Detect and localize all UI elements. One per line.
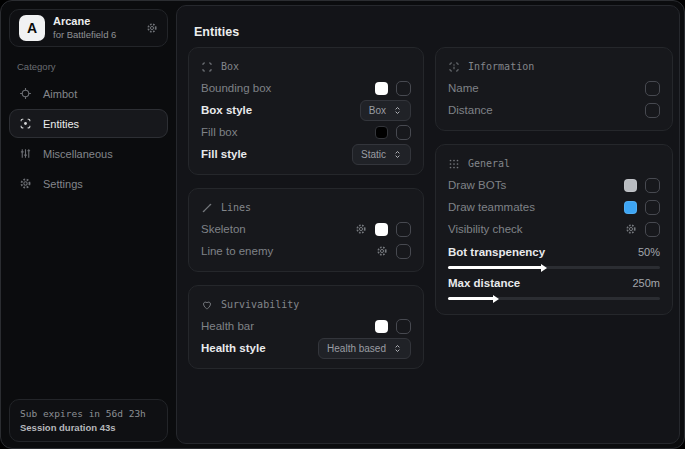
info-frame-icon <box>448 61 460 73</box>
app-window: A Arcane for Battlefield 6 Category <box>0 0 685 449</box>
subscription-card: Sub expires in 56d 23h Session duration … <box>9 399 168 442</box>
main-panel: Entities Box Bounding box <box>176 5 680 444</box>
diagonal-line-icon <box>201 202 213 214</box>
setting-label: Fill style <box>201 148 247 160</box>
slider-fill[interactable] <box>448 266 543 269</box>
panel-survivability-header: Survivability <box>201 294 411 315</box>
right-column: Information Name Distance <box>435 47 673 315</box>
sidebar-item-label: Entities <box>43 118 79 130</box>
sidebar-item-label: Settings <box>43 178 83 190</box>
panel-lines-header: Lines <box>201 197 411 218</box>
gear-icon <box>18 177 32 190</box>
setting-label: Line to enemy <box>201 245 273 257</box>
page-title: Entities <box>194 25 239 39</box>
app-header-card: A Arcane for Battlefield 6 <box>9 9 168 47</box>
app-meta: Arcane for Battlefield 6 <box>53 15 116 41</box>
scan-eye-icon <box>18 117 32 130</box>
sliders-icon <box>18 147 32 160</box>
app-gear-icon[interactable] <box>146 22 158 34</box>
fill-box-color-swatch[interactable] <box>375 126 388 139</box>
bot-transparency-slider[interactable] <box>448 266 660 269</box>
row-distance: Distance <box>448 99 660 121</box>
panel-box-header: Box <box>201 56 411 77</box>
setting-label: Box style <box>201 104 252 116</box>
skeleton-color-swatch[interactable] <box>375 223 388 236</box>
unfold-chevrons-icon <box>393 106 402 115</box>
sidebar-item-aimbot[interactable]: Aimbot <box>9 79 168 108</box>
sidebar-item-settings[interactable]: Settings <box>9 169 168 198</box>
setting-label: Draw teammates <box>448 201 535 213</box>
sidebar-item-label: Miscellaneous <box>43 148 113 160</box>
panel-survivability: Survivability Health bar Health style He… <box>188 285 424 369</box>
name-checkbox[interactable] <box>645 81 660 96</box>
fill-style-dropdown[interactable]: Static <box>352 144 411 165</box>
row-name: Name <box>448 77 660 99</box>
unfold-chevrons-icon <box>393 344 402 353</box>
skeleton-settings-gear-icon[interactable] <box>355 223 367 235</box>
setting-label: Fill box <box>201 126 237 138</box>
row-draw-teammates: Draw teammates <box>448 196 660 218</box>
health-style-dropdown[interactable]: Health based <box>318 338 411 359</box>
setting-label: Health style <box>201 342 266 354</box>
box-style-dropdown[interactable]: Box <box>360 100 411 121</box>
category-label: Category <box>17 61 168 72</box>
app-logo: A <box>19 15 45 41</box>
setting-label: Draw BOTs <box>448 179 506 191</box>
setting-label: Bounding box <box>201 82 271 94</box>
app-logo-letter: A <box>27 20 37 36</box>
panel-box: Box Bounding box Box style Box <box>188 47 424 175</box>
sidebar: A Arcane for Battlefield 6 Category <box>1 1 176 448</box>
slider-fill[interactable] <box>448 297 495 300</box>
visibility-check-settings-gear-icon[interactable] <box>625 223 637 235</box>
corner-brackets-icon <box>201 61 213 73</box>
setting-label: Health bar <box>201 320 254 332</box>
setting-label: Skeleton <box>201 223 246 235</box>
visibility-check-checkbox[interactable] <box>645 222 660 237</box>
panel-lines: Lines Skeleton <box>188 188 424 272</box>
app-name: Arcane <box>53 15 116 28</box>
sidebar-item-entities[interactable]: Entities <box>9 109 168 138</box>
draw-bots-checkbox[interactable] <box>645 178 660 193</box>
sidebar-item-label: Aimbot <box>43 88 77 100</box>
max-distance-slider[interactable] <box>448 297 660 300</box>
row-line-to-enemy: Line to enemy <box>201 240 411 262</box>
sidebar-nav: Aimbot Entities <box>9 79 168 198</box>
draw-teammates-checkbox[interactable] <box>645 200 660 215</box>
fill-box-checkbox[interactable] <box>396 125 411 140</box>
sidebar-item-miscellaneous[interactable]: Miscellaneous <box>9 139 168 168</box>
row-skeleton: Skeleton <box>201 218 411 240</box>
line-to-enemy-settings-gear-icon[interactable] <box>376 245 388 257</box>
grid-dots-icon <box>448 158 460 170</box>
setting-label: Name <box>448 82 479 94</box>
bounding-box-color-swatch[interactable] <box>375 82 388 95</box>
panel-general-header: General <box>448 153 660 174</box>
panel-general: General Draw BOTs Draw teammates <box>435 144 673 315</box>
draw-bots-color-swatch[interactable] <box>624 179 637 192</box>
health-bar-color-swatch[interactable] <box>375 320 388 333</box>
slider-value: 250m <box>632 277 660 289</box>
row-draw-bots: Draw BOTs <box>448 174 660 196</box>
heart-icon <box>201 299 213 311</box>
bounding-box-checkbox[interactable] <box>396 81 411 96</box>
row-bounding-box: Bounding box <box>201 77 411 99</box>
crosshair-icon <box>18 87 32 100</box>
row-fill-style: Fill style Static <box>201 143 411 165</box>
bot-transparency-group: Bot transpenency 50% <box>448 243 660 269</box>
row-visibility-check: Visibility check <box>448 218 660 240</box>
panel-information-header: Information <box>448 56 660 77</box>
line-to-enemy-checkbox[interactable] <box>396 244 411 259</box>
slider-label: Bot transpenency <box>448 246 545 258</box>
setting-label: Visibility check <box>448 223 523 235</box>
distance-checkbox[interactable] <box>645 103 660 118</box>
panel-information: Information Name Distance <box>435 47 673 131</box>
sub-expires-text: Sub expires in 56d 23h <box>20 408 157 419</box>
session-duration-text: Session duration 43s <box>20 422 157 433</box>
draw-teammates-color-swatch[interactable] <box>624 201 637 214</box>
app-subtitle: for Battlefield 6 <box>53 30 116 41</box>
health-bar-checkbox[interactable] <box>396 319 411 334</box>
left-column: Box Bounding box Box style Box <box>188 47 424 369</box>
slider-label: Max distance <box>448 277 520 289</box>
skeleton-checkbox[interactable] <box>396 222 411 237</box>
row-box-style: Box style Box <box>201 99 411 121</box>
setting-label: Distance <box>448 104 493 116</box>
